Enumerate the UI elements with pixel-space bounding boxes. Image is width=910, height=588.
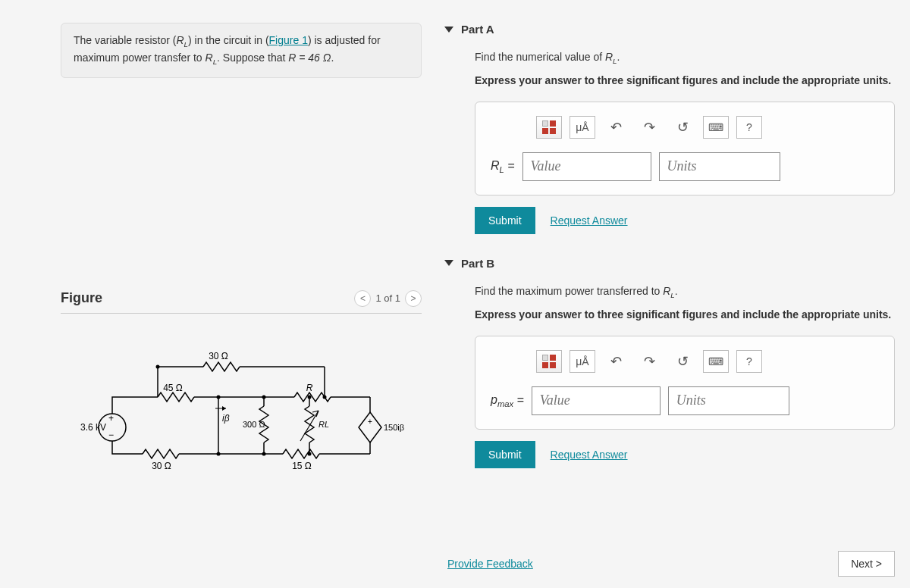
part-b-instruction: Express your answer to three significant… [475,308,895,321]
svg-text:300 Ω: 300 Ω [243,420,265,429]
part-a-variable: RL = [491,159,515,174]
figure-prev-button[interactable]: < [354,290,371,307]
svg-text:−: − [108,430,114,440]
figure-next-button[interactable]: > [405,290,422,307]
templates-button[interactable] [536,350,562,373]
svg-text:+: + [368,418,372,426]
part-a-instruction: Express your answer to three significant… [475,74,895,86]
provide-feedback-link[interactable]: Provide Feedback [447,558,533,570]
part-b-title: Part B [461,257,494,270]
special-chars-button[interactable]: μÅ [570,350,595,373]
part-a-submit-button[interactable]: Submit [475,207,535,234]
part-a-answer-box: μÅ ↶ ↷ ↺ ⌨ ? RL = [475,102,895,195]
part-a-request-answer-link[interactable]: Request Answer [551,214,628,227]
collapse-icon [444,27,453,33]
svg-point-4 [308,395,312,399]
part-b-prompt: Find the maximum power transferred to RL… [475,285,895,299]
part-a-value-input[interactable] [522,152,651,181]
help-button[interactable]: ? [736,350,762,373]
svg-text:+: + [108,413,114,424]
help-button[interactable]: ? [736,116,762,139]
redo-button[interactable]: ↷ [636,116,662,139]
svg-text:15 Ω: 15 Ω [292,461,312,471]
collapse-icon [444,260,453,266]
next-button[interactable]: Next > [838,551,895,577]
problem-statement: The variable resistor (RL) in the circui… [61,23,422,78]
part-a-header[interactable]: Part A [444,23,895,36]
figure-link[interactable]: Figure 1 [269,34,308,46]
svg-text:45 Ω: 45 Ω [163,383,183,393]
undo-button[interactable]: ↶ [603,116,629,139]
figure-page-indicator: 1 of 1 [375,292,400,304]
svg-point-6 [217,452,221,455]
svg-text:iβ: iβ [222,413,230,424]
svg-text:150iβ: 150iβ [384,423,404,432]
part-b-value-input[interactable] [532,386,661,415]
svg-text:3.6 kV: 3.6 kV [80,422,106,433]
part-a-prompt: Find the numerical value of RL. [475,51,895,65]
figure-title: Figure [61,290,102,306]
svg-point-8 [308,452,312,455]
part-a-units-input[interactable] [659,152,780,181]
svg-text:30 Ω: 30 Ω [209,352,228,361]
svg-point-2 [217,395,221,399]
part-a-title: Part A [461,23,494,36]
reset-button[interactable]: ↺ [670,350,695,373]
svg-point-1 [156,364,160,368]
part-b-answer-box: μÅ ↶ ↷ ↺ ⌨ ? pmax = [475,336,895,430]
svg-point-5 [323,395,327,399]
special-chars-button[interactable]: μÅ [570,116,595,139]
circuit-diagram: + − + 30 Ω 45 Ω R 3.6 kV iβ 300 Ω RL 150… [61,352,422,473]
part-b-request-answer-link[interactable]: Request Answer [551,449,628,461]
svg-text:RL: RL [318,420,329,429]
part-b-header[interactable]: Part B [444,257,895,270]
keyboard-button[interactable]: ⌨ [703,350,729,373]
templates-button[interactable] [536,116,562,139]
part-b-variable: pmax = [491,393,524,408]
part-b-submit-button[interactable]: Submit [475,441,535,468]
reset-button[interactable]: ↺ [670,116,695,139]
keyboard-button[interactable]: ⌨ [703,116,729,139]
part-b-units-input[interactable] [668,386,789,415]
svg-text:R: R [306,383,313,393]
svg-point-7 [262,452,266,455]
undo-button[interactable]: ↶ [603,350,629,373]
svg-text:30 Ω: 30 Ω [152,461,171,471]
svg-point-3 [262,395,266,399]
problem-text: The variable resistor ( [74,34,176,46]
redo-button[interactable]: ↷ [636,350,662,373]
